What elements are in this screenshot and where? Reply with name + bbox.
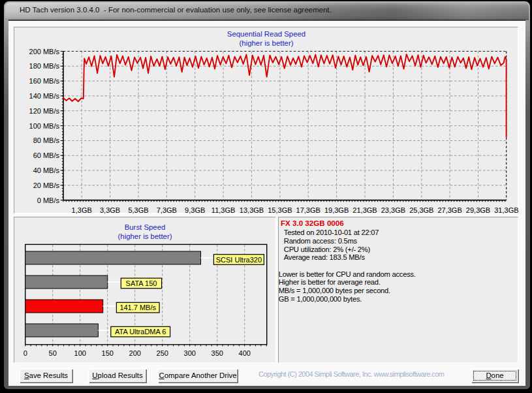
svg-text:17,3GB: 17,3GB: [296, 206, 321, 214]
svg-text:25,3GB: 25,3GB: [409, 206, 433, 214]
svg-text:80 MB/s: 80 MB/s: [33, 136, 60, 144]
svg-text:SATA 150: SATA 150: [126, 279, 157, 287]
svg-text:140 MB/s: 140 MB/s: [29, 92, 60, 100]
svg-text:21,3GB: 21,3GB: [352, 206, 377, 214]
svg-text:0: 0: [23, 349, 27, 357]
svg-text:180 MB/s: 180 MB/s: [29, 62, 60, 70]
svg-text:11,3GB: 11,3GB: [211, 206, 236, 214]
svg-text:29,3GB: 29,3GB: [466, 206, 490, 214]
svg-text:15,3GB: 15,3GB: [268, 206, 292, 214]
svg-text:350: 350: [211, 349, 223, 357]
svg-text:20 MB/s: 20 MB/s: [33, 181, 60, 189]
svg-text:9,3GB: 9,3GB: [185, 206, 205, 214]
svg-text:1,3GB: 1,3GB: [72, 206, 92, 214]
svg-text:(higher is better): (higher is better): [240, 39, 294, 47]
svg-text:100 MB/s: 100 MB/s: [29, 122, 60, 130]
svg-text:141.7 MB/s: 141.7 MB/s: [119, 304, 156, 311]
svg-text:13,3GB: 13,3GB: [240, 206, 264, 214]
svg-text:400: 400: [239, 349, 251, 357]
svg-text:100: 100: [74, 349, 86, 357]
svg-text:Burst Speed: Burst Speed: [125, 223, 166, 231]
svg-text:200: 200: [129, 349, 141, 357]
svg-text:160 MB/s: 160 MB/s: [29, 77, 60, 85]
svg-text:120 MB/s: 120 MB/s: [29, 107, 60, 115]
svg-text:50: 50: [49, 349, 57, 357]
svg-text:ATA UltraDMA 6: ATA UltraDMA 6: [115, 328, 166, 336]
svg-text:250: 250: [157, 349, 168, 357]
svg-text:31,3GB: 31,3GB: [494, 206, 518, 214]
svg-text:27,3GB: 27,3GB: [437, 206, 462, 214]
svg-text:3,3GB: 3,3GB: [100, 206, 120, 214]
svg-text:Sequential Read Speed: Sequential Read Speed: [227, 30, 305, 38]
svg-text:150: 150: [102, 349, 114, 357]
svg-text:19,3GB: 19,3GB: [324, 206, 349, 214]
svg-text:60 MB/s: 60 MB/s: [33, 151, 60, 159]
svg-text:23,3GB: 23,3GB: [381, 206, 405, 214]
svg-text:5,3GB: 5,3GB: [128, 206, 148, 214]
svg-text:(higher is better): (higher is better): [118, 232, 172, 240]
svg-text:300: 300: [184, 349, 196, 357]
svg-text:200 MB/s: 200 MB/s: [29, 48, 60, 55]
svg-text:SCSI Ultra320: SCSI Ultra320: [216, 256, 262, 264]
svg-text:40 MB/s: 40 MB/s: [33, 166, 60, 174]
svg-text:7,3GB: 7,3GB: [157, 206, 177, 214]
svg-text:0 MB/s: 0 MB/s: [37, 196, 60, 204]
